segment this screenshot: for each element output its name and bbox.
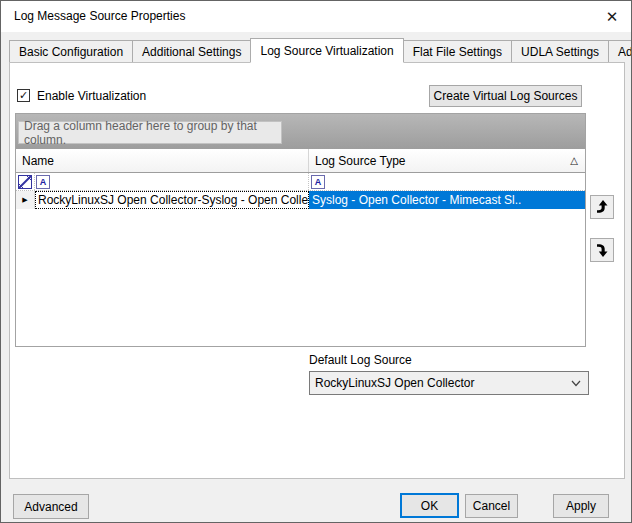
enable-virtualization-label: Enable Virtualization: [37, 89, 146, 103]
tab-label: Flat File Settings: [413, 45, 502, 59]
log-source-type-filter-cell[interactable]: A: [309, 173, 585, 190]
title-bar: Log Message Source Properties ✕: [1, 1, 631, 32]
tab-additional-info[interactable]: Additional Info: [608, 40, 632, 62]
row-indicator-icon: ▶: [22, 196, 27, 204]
move-down-icon: [593, 241, 611, 259]
tab-basic-configuration[interactable]: Basic Configuration: [9, 40, 133, 62]
move-up-button[interactable]: [590, 195, 614, 219]
tab-strip: Basic Configuration Additional Settings …: [9, 38, 632, 62]
tab-label: Additional Info: [618, 45, 632, 59]
row-indicator-cell: ▶: [16, 191, 35, 209]
name-filter-cell[interactable]: A: [35, 173, 309, 190]
grid-filter-row: A A: [16, 173, 585, 191]
tab-label: Log Source Virtualization: [260, 44, 393, 58]
group-by-hint: Drag a column header here to group by th…: [18, 121, 282, 144]
move-up-icon: [593, 198, 611, 216]
close-icon: ✕: [606, 8, 619, 26]
column-header-label: Name: [22, 154, 54, 168]
log-message-source-properties-dialog: Log Message Source Properties ✕ Basic Co…: [0, 0, 632, 523]
tab-udla-settings[interactable]: UDLA Settings: [511, 40, 609, 62]
tab-log-source-virtualization[interactable]: Log Source Virtualization: [250, 38, 403, 63]
chevron-down-icon: [571, 380, 581, 387]
enable-virtualization-checkbox[interactable]: ✓: [17, 89, 30, 102]
move-down-button[interactable]: [590, 238, 614, 262]
tab-label: Basic Configuration: [19, 45, 123, 59]
edit-filter-icon: [18, 175, 32, 189]
row-log-source-type-cell[interactable]: Syslog - Open Collector - Mimecast Sl..: [309, 191, 585, 209]
default-log-source-value: RockyLinuxSJ Open Collector: [315, 376, 474, 390]
text-filter-icon: A: [311, 175, 325, 189]
table-row[interactable]: ▶ RockyLinuxSJ Open Collector-Syslog - O…: [16, 191, 585, 209]
close-button[interactable]: ✕: [597, 4, 627, 29]
apply-button[interactable]: Apply: [553, 494, 609, 518]
tab-additional-settings[interactable]: Additional Settings: [132, 40, 251, 62]
sort-ascending-icon: △: [570, 155, 578, 166]
default-log-source-dropdown[interactable]: RockyLinuxSJ Open Collector: [309, 371, 589, 395]
tab-label: Additional Settings: [142, 45, 241, 59]
row-name-text: RockyLinuxSJ Open Collector-Syslog - Ope…: [38, 193, 309, 207]
tab-label: UDLA Settings: [521, 45, 599, 59]
cancel-button[interactable]: Cancel: [465, 494, 518, 518]
grid-header-row: Name Log Source Type △: [16, 149, 585, 173]
dialog-title: Log Message Source Properties: [14, 9, 185, 23]
column-header-name[interactable]: Name: [16, 149, 309, 172]
tab-flat-file-settings[interactable]: Flat File Settings: [403, 40, 512, 62]
checkmark-icon: ✓: [19, 90, 28, 101]
row-log-source-type-text: Syslog - Open Collector - Mimecast Sl..: [312, 193, 521, 207]
default-log-source-label: Default Log Source: [309, 353, 412, 367]
virtual-log-sources-grid: Drag a column header here to group by th…: [15, 113, 586, 347]
column-header-label: Log Source Type: [315, 154, 406, 168]
ok-button[interactable]: OK: [400, 493, 459, 518]
filter-indicator-cell[interactable]: [16, 173, 35, 190]
create-virtual-log-sources-button[interactable]: Create Virtual Log Sources: [429, 85, 582, 107]
row-name-cell[interactable]: RockyLinuxSJ Open Collector-Syslog - Ope…: [35, 191, 309, 209]
text-filter-icon: A: [36, 175, 50, 189]
advanced-button[interactable]: Advanced: [13, 494, 89, 519]
group-by-panel[interactable]: Drag a column header here to group by th…: [16, 114, 585, 149]
column-header-log-source-type[interactable]: Log Source Type △: [309, 149, 585, 172]
